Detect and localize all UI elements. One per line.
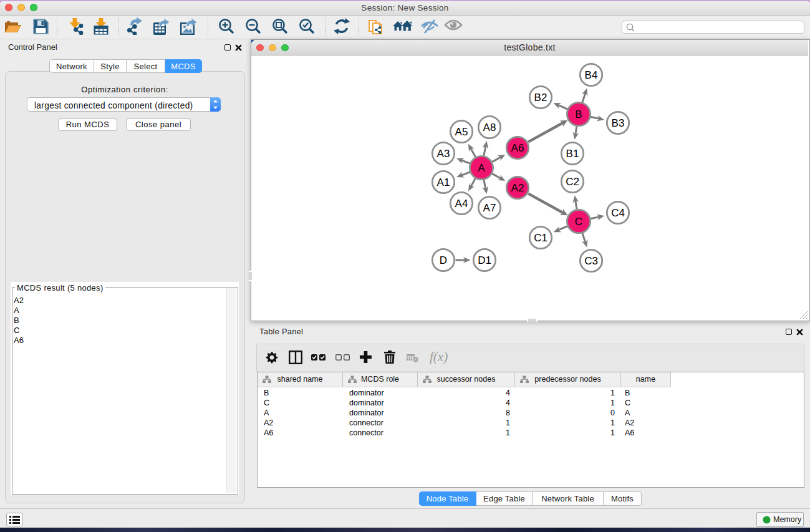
svg-text:A5: A5 [455, 126, 468, 138]
svg-text:C1: C1 [534, 232, 547, 244]
svg-text:A6: A6 [511, 142, 524, 154]
svg-text:A2: A2 [511, 182, 524, 194]
svg-text:B1: B1 [566, 148, 579, 160]
svg-text:A1: A1 [437, 177, 450, 188]
svg-text:A8: A8 [483, 122, 496, 133]
svg-text:B2: B2 [534, 92, 547, 104]
svg-text:B3: B3 [612, 117, 625, 129]
svg-text:C4: C4 [611, 207, 625, 219]
svg-text:A4: A4 [455, 198, 468, 210]
svg-text:C: C [575, 216, 582, 228]
svg-text:C3: C3 [584, 255, 598, 267]
svg-text:A3: A3 [437, 148, 450, 160]
svg-text:D: D [440, 254, 447, 266]
svg-text:C2: C2 [566, 176, 579, 188]
svg-text:A7: A7 [483, 202, 496, 214]
svg-text:B: B [575, 109, 582, 120]
svg-text:D1: D1 [478, 254, 491, 266]
svg-text:A: A [478, 162, 485, 174]
svg-text:B4: B4 [585, 69, 598, 81]
